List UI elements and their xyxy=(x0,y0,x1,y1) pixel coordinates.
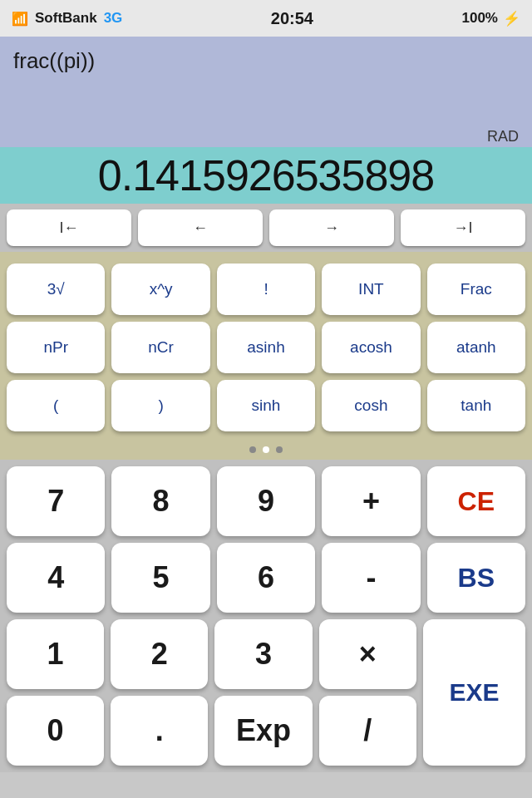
signal-icon: 📶 xyxy=(12,11,28,27)
nine-button[interactable]: 9 xyxy=(217,466,315,536)
div-button[interactable]: / xyxy=(319,696,416,766)
power-button[interactable]: x^y xyxy=(111,264,209,315)
cube-root-button[interactable]: 3√ xyxy=(7,264,105,315)
npr-button[interactable]: nPr xyxy=(7,322,105,373)
int-button[interactable]: INT xyxy=(322,264,420,315)
bs-button[interactable]: BS xyxy=(427,543,525,613)
status-right: 100% ⚡ xyxy=(462,10,520,27)
close-paren-button[interactable]: ) xyxy=(111,380,209,431)
plus-button[interactable]: + xyxy=(322,466,420,536)
battery-percent: 100% xyxy=(462,10,498,27)
acosh-button[interactable]: acosh xyxy=(322,322,420,373)
sci-row-0: 3√x^y!INTFrac xyxy=(7,264,525,315)
factorial-button[interactable]: ! xyxy=(217,264,315,315)
eight-button[interactable]: 8 xyxy=(111,466,209,536)
carrier-label: SoftBank xyxy=(35,10,97,27)
num-row-1: 456-BS xyxy=(7,543,525,613)
asinh-button[interactable]: asinh xyxy=(217,322,315,373)
page-dots xyxy=(0,440,532,460)
two-button[interactable]: 2 xyxy=(111,619,208,689)
decimal-button[interactable]: . xyxy=(111,696,208,766)
ncr-button[interactable]: nCr xyxy=(111,322,209,373)
exp-button[interactable]: Exp xyxy=(214,696,312,766)
cursor-right-button[interactable]: → xyxy=(269,209,394,246)
sci-row-1: nPrnCrasinhacoshatanh xyxy=(7,322,525,373)
rad-label: RAD xyxy=(487,128,519,145)
network-label: 3G xyxy=(104,10,123,27)
num-area: 789+CE456-BS123×0.Exp/EXE xyxy=(0,460,532,772)
page-dot-1 xyxy=(249,446,256,453)
battery-icon: ⚡ xyxy=(503,10,520,27)
minus-button[interactable]: - xyxy=(322,543,420,613)
frac-button[interactable]: Frac xyxy=(427,264,525,315)
four-button[interactable]: 4 xyxy=(7,543,105,613)
cursor-end-button[interactable]: →I xyxy=(401,209,525,246)
time-label: 20:54 xyxy=(271,9,313,28)
three-button[interactable]: 3 xyxy=(214,619,312,689)
sci-rows: 3√x^y!INTFracnPrnCrasinhacoshatanh()sinh… xyxy=(7,264,525,431)
page-dot-3 xyxy=(276,446,283,453)
exe-button[interactable]: EXE xyxy=(423,619,525,766)
cursor-left-button[interactable]: ← xyxy=(138,209,263,246)
cursor-start-button[interactable]: I← xyxy=(7,209,131,246)
page-dot-2 xyxy=(263,446,269,453)
rad-area: RAD xyxy=(0,128,532,147)
seven-button[interactable]: 7 xyxy=(7,466,105,536)
six-button[interactable]: 6 xyxy=(217,543,315,613)
zero-button[interactable]: 0 xyxy=(7,696,104,766)
cosh-button[interactable]: cosh xyxy=(322,380,420,431)
ce-button[interactable]: CE xyxy=(427,466,525,536)
num-bottom-block: 123×0.Exp/EXE xyxy=(7,619,525,766)
result-text: 0.1415926535898 xyxy=(98,150,434,200)
five-button[interactable]: 5 xyxy=(111,543,209,613)
cursor-row: I←←→→I xyxy=(0,204,532,252)
open-paren-button[interactable]: ( xyxy=(7,380,105,431)
status-left: 📶 SoftBank 3G xyxy=(12,10,122,27)
expression-area: frac((pi)) xyxy=(0,37,532,128)
mul-button[interactable]: × xyxy=(319,619,416,689)
num-row-0: 789+CE xyxy=(7,466,525,536)
tanh-button[interactable]: tanh xyxy=(427,380,525,431)
sci-row-2: ()sinhcoshtanh xyxy=(7,380,525,431)
one-button[interactable]: 1 xyxy=(7,619,104,689)
sci-area: 3√x^y!INTFracnPrnCrasinhacoshatanh()sinh… xyxy=(0,252,532,440)
atanh-button[interactable]: atanh xyxy=(427,322,525,373)
result-area: 0.1415926535898 xyxy=(0,147,532,204)
expression-text: frac((pi)) xyxy=(13,48,95,74)
status-bar: 📶 SoftBank 3G 20:54 100% ⚡ xyxy=(0,0,532,37)
sinh-button[interactable]: sinh xyxy=(217,380,315,431)
